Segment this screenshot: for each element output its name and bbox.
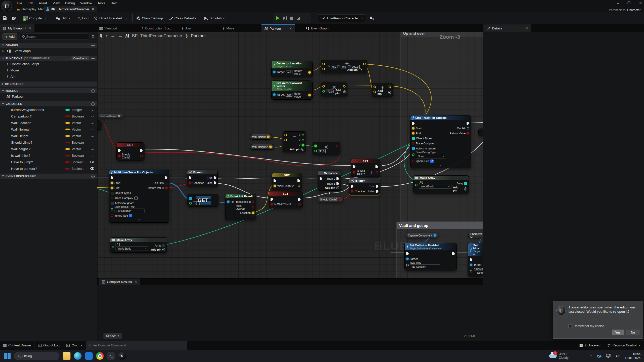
step-button[interactable] xyxy=(283,16,287,20)
sidebar-item-eventgraph[interactable]: EventGraph xyxy=(0,48,97,54)
pin-Return Value[interactable] xyxy=(165,187,168,189)
pin-New Mov[interactable] xyxy=(470,270,472,272)
chrome-icon[interactable] xyxy=(96,352,104,360)
pin-exec[interactable] xyxy=(118,149,121,152)
microsoft-store-icon[interactable] xyxy=(85,352,93,360)
pin-exec[interactable] xyxy=(111,176,113,179)
pin-Then 0[interactable] xyxy=(336,177,339,180)
tab-compiler-results[interactable]: Compiler Results ✕ xyxy=(99,278,140,285)
compile-options-button[interactable]: ⋮ xyxy=(43,16,49,20)
pin-ring[interactable] xyxy=(314,150,317,152)
pin-exec[interactable] xyxy=(353,165,356,168)
collapse-icon[interactable]: ⌄ xyxy=(412,164,469,167)
pin-ring[interactable] xyxy=(389,86,391,88)
pin-Capsule Component[interactable] xyxy=(434,234,436,237)
pin-dot[interactable] xyxy=(479,131,482,134)
checkbox[interactable] xyxy=(430,159,434,163)
browse-button[interactable] xyxy=(9,14,19,22)
section-header-interfaces[interactable]: INTERFACES xyxy=(0,82,97,87)
pin-Condition[interactable] xyxy=(351,190,353,192)
pin-exec[interactable] xyxy=(406,252,409,255)
pin-ring[interactable] xyxy=(298,203,301,206)
capsule-component-getter[interactable]: Capsule Component xyxy=(406,233,438,238)
tab-my-blueprint[interactable]: My Blueprint ✕ xyxy=(0,24,34,32)
sidebar-item-aim[interactable]: ƒAim xyxy=(0,73,97,80)
value-field[interactable]: self xyxy=(286,93,292,97)
sidebar-item-move[interactable]: ƒMove xyxy=(0,67,97,73)
eye-closed-icon[interactable] xyxy=(91,115,94,117)
climb-wall-height-bubble[interactable]: climb wall height xyxy=(98,114,123,118)
pin-Array[interactable] xyxy=(464,182,467,185)
dropdown-new-type[interactable]: No Collision xyxy=(410,264,440,269)
pin-True[interactable] xyxy=(214,176,216,179)
menu-tools[interactable]: Tools xyxy=(97,1,105,5)
pin-Out Hits[interactable] xyxy=(165,182,168,184)
display-icon[interactable] xyxy=(606,354,611,358)
pin-Actors to Ignore[interactable] xyxy=(111,202,113,205)
pin-Hit[interactable] xyxy=(227,200,230,203)
pin-Then 1[interactable] xyxy=(336,182,339,185)
taskbar-clock[interactable]: 18:56 13.01.2026 xyxy=(625,352,640,360)
save-button[interactable] xyxy=(0,14,9,22)
override-dropdown[interactable]: Override ▼ xyxy=(71,56,89,60)
disclosure-icon[interactable] xyxy=(2,45,4,46)
dropdown-new-mov[interactable]: Flying xyxy=(474,270,483,275)
collapse-icon[interactable]: ⌄ xyxy=(227,215,254,218)
checkbox[interactable] xyxy=(371,171,374,174)
class-defaults-button[interactable]: Class Defaults xyxy=(166,14,199,22)
pin-Ignore Self[interactable] xyxy=(412,160,414,162)
console-command-input[interactable]: Enter Console Command xyxy=(86,341,187,350)
pin-dot[interactable] xyxy=(98,122,100,125)
asset-tab-map[interactable]: Gameplay_Map* xyxy=(14,6,48,12)
pin-Target[interactable] xyxy=(273,93,276,96)
disclosure-icon[interactable] xyxy=(2,175,4,177)
pin-False[interactable] xyxy=(376,190,378,193)
add-pin-button[interactable]: Add pin + xyxy=(151,248,165,251)
dropdown-draw-debug-type[interactable]: For Duration xyxy=(115,209,145,213)
make-array-left[interactable]: Make Array[ 0 ]WorldStaticArrayAdd pin + xyxy=(110,237,167,253)
clear-button[interactable]: CLEAR xyxy=(464,335,475,338)
asset-tab-bp[interactable]: BP_ThirdPersonCharacter✕ xyxy=(44,6,97,12)
pin-Blocking Hit[interactable] xyxy=(252,200,254,203)
pin-exec[interactable] xyxy=(467,122,469,125)
pin-Should Climb?[interactable] xyxy=(118,155,121,157)
dropdown-draw-debug-type[interactable]: None xyxy=(416,154,446,158)
section-header-graphs[interactable]: GRAPHS+ xyxy=(0,43,97,48)
pin-ring[interactable] xyxy=(140,155,143,157)
play-button[interactable] xyxy=(276,16,280,20)
subtract[interactable]: XYZAdd pin +− xyxy=(283,131,306,152)
maximize-button[interactable]: ❐ xyxy=(627,1,631,5)
disclosure-icon[interactable] xyxy=(2,83,4,85)
should-climb-getter[interactable]: Should Climb? xyxy=(318,197,344,202)
sidebar-item-construction-script[interactable]: ƒConstruction Script xyxy=(0,61,97,67)
debug-filter-button[interactable] xyxy=(367,14,376,22)
pin-exec[interactable] xyxy=(189,176,192,179)
pin-exec[interactable] xyxy=(452,252,455,255)
set-collision-enabled[interactable]: ƒSet Collision EnabledTarget is Primitiv… xyxy=(404,243,457,270)
tab-eventgraph[interactable]: EventGraph xyxy=(306,24,328,32)
unreal-engine-taskbar-icon[interactable]: U xyxy=(118,352,126,360)
close-icon[interactable]: ✕ xyxy=(525,26,528,30)
pin-End[interactable] xyxy=(412,132,414,135)
pin-Z[interactable] xyxy=(302,144,304,146)
add-icon[interactable]: + xyxy=(91,89,95,93)
character-mo-getter[interactable]: Character M xyxy=(468,233,483,238)
pin-Object Types[interactable] xyxy=(111,192,113,194)
pin-ring[interactable] xyxy=(373,91,376,93)
pin-Initial Overlap[interactable] xyxy=(252,206,254,209)
pin-ring[interactable] xyxy=(376,171,378,174)
variable-row-have-to-parkour-[interactable]: Have to parkour?Boolean xyxy=(0,165,97,172)
pin-dot[interactable] xyxy=(314,145,317,147)
pin-ring[interactable] xyxy=(284,139,287,141)
clipped-node-left[interactable] xyxy=(97,120,101,130)
pin-False[interactable] xyxy=(214,181,216,184)
set-is-wall-thick-top[interactable]: SETIs Wall Thick? xyxy=(351,159,380,177)
pin-ring[interactable] xyxy=(343,85,346,88)
pin-Return Value[interactable] xyxy=(308,71,311,74)
get-array-item[interactable]: 0GET xyxy=(187,194,218,207)
pin-New Type[interactable] xyxy=(406,264,409,266)
array-item-dropdown[interactable]: WorldStatic xyxy=(116,246,148,251)
terminal-icon[interactable]: >_ xyxy=(107,352,115,360)
pin-Should Climb?[interactable] xyxy=(339,198,341,201)
menu-help[interactable]: Help xyxy=(111,1,118,5)
